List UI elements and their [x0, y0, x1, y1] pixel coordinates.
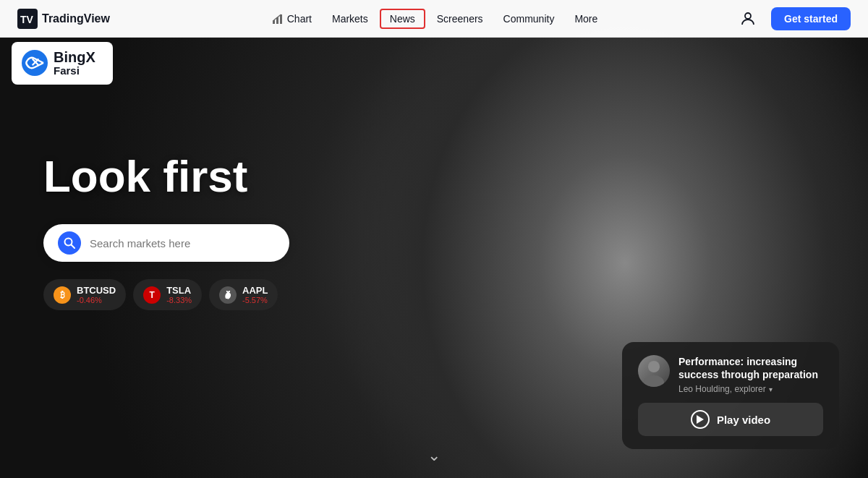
- video-info: Performance: increasing success through …: [638, 355, 823, 394]
- account-icon[interactable]: [736, 7, 760, 30]
- chevron-down-icon[interactable]: ▾: [769, 385, 773, 393]
- svg-rect-4: [280, 14, 282, 24]
- tradingview-logo-icon: TV: [17, 9, 38, 29]
- search-icon: [64, 237, 75, 249]
- video-avatar: [638, 355, 670, 387]
- bingx-text: BingX Farsi: [54, 49, 95, 77]
- nav-chart[interactable]: Chart: [263, 9, 320, 29]
- ticker-chips: ₿ BTCUSD -0.46% T TSLA -8.33%: [43, 279, 289, 310]
- hero-content: Look first ₿ BTCUSD -0.46% T: [43, 152, 289, 310]
- nav-links: Chart Markets News Screeners Community M…: [133, 9, 736, 29]
- nav-community[interactable]: Community: [495, 9, 563, 29]
- chart-icon: [272, 13, 284, 25]
- search-bar[interactable]: [43, 224, 289, 262]
- video-author-row: Leo Houlding, explorer ▾: [678, 384, 823, 394]
- scroll-down-arrow[interactable]: ⌄: [427, 446, 441, 465]
- hero-section: TV TradingView Chart Markets News: [0, 0, 868, 478]
- aapl-info: AAPL -5.57%: [242, 285, 268, 304]
- tsla-info: TSLA -8.33%: [166, 285, 192, 304]
- svg-text:TV: TV: [20, 14, 34, 25]
- video-text: Performance: increasing success through …: [678, 355, 823, 394]
- ticker-tsla[interactable]: T TSLA -8.33%: [133, 279, 202, 310]
- search-input[interactable]: [90, 237, 249, 249]
- tsla-icon: T: [143, 286, 161, 304]
- svg-point-10: [648, 361, 660, 372]
- nav-more[interactable]: More: [566, 9, 606, 29]
- get-started-button[interactable]: Get started: [771, 7, 851, 30]
- nav-right: Get started: [736, 7, 851, 30]
- aapl-icon: [219, 286, 237, 304]
- nav-news[interactable]: News: [380, 9, 425, 29]
- bingx-icon: ✕: [22, 50, 48, 76]
- nav-screeners[interactable]: Screeners: [428, 9, 492, 29]
- nav-markets[interactable]: Markets: [323, 9, 377, 29]
- nav-logo[interactable]: TV TradingView: [17, 9, 110, 29]
- btc-icon: ₿: [54, 286, 71, 304]
- bingx-logo: ✕ BingX Farsi: [12, 42, 113, 85]
- btc-info: BTCUSD -0.46%: [77, 285, 116, 304]
- navbar: TV TradingView Chart Markets News: [0, 0, 868, 38]
- svg-rect-2: [273, 20, 275, 24]
- logo-text: TradingView: [42, 12, 110, 25]
- svg-point-5: [745, 13, 751, 19]
- play-video-button[interactable]: Play video: [638, 403, 823, 436]
- svg-line-9: [72, 245, 75, 249]
- ticker-aapl[interactable]: AAPL -5.57%: [209, 279, 278, 310]
- hero-title: Look first: [43, 152, 289, 201]
- ticker-btcusd[interactable]: ₿ BTCUSD -0.46%: [43, 279, 126, 310]
- play-circle-icon: [691, 410, 710, 429]
- svg-marker-12: [697, 415, 704, 424]
- search-icon-wrap: [58, 231, 81, 255]
- svg-point-11: [644, 375, 664, 387]
- video-card: Performance: increasing success through …: [622, 342, 839, 449]
